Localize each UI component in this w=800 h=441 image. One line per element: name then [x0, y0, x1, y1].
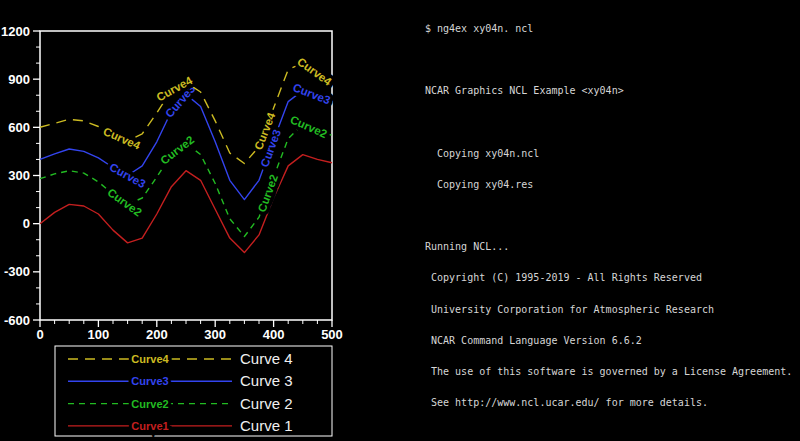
x-tick-label: 300 [204, 327, 226, 342]
curve-inline-label: Curve2 [158, 133, 196, 166]
legend-label: Curve 4 [240, 350, 293, 367]
curve-inline-label: Curve2 [105, 186, 144, 218]
legend-inline-label: Curve4 [131, 353, 169, 365]
y-tick-label: 0 [23, 216, 30, 231]
desktop: -600-300030060090012000100200300400500Cu… [0, 0, 800, 441]
curve-inline-label: Curve4 [102, 125, 143, 152]
terminal-line: University Corporation for Atmospheric R… [425, 305, 797, 315]
legend-inline-label: Curve2 [131, 398, 168, 410]
terminal-line: Copying xy04n.ncl [425, 149, 797, 159]
legend-label: Curve 3 [240, 372, 293, 389]
plot-window: -600-300030060090012000100200300400500Cu… [0, 0, 420, 441]
x-tick-label: 200 [146, 327, 168, 342]
x-tick-label: 500 [321, 327, 343, 342]
curve-curve1 [40, 155, 332, 253]
terminal-line [425, 117, 797, 127]
y-tick-label: -300 [4, 264, 30, 279]
terminal-line: Running NCL... [425, 242, 797, 252]
legend-label: Curve 1 [240, 417, 293, 434]
terminal-line: The use of this software is governed by … [425, 367, 797, 377]
x-tick-label: 0 [36, 327, 43, 342]
terminal-line: NCAR Graphics NCL Example <xy04n> [425, 86, 797, 96]
terminal-output: $ ng4ex xy04n. ncl NCAR Graphics NCL Exa… [425, 3, 797, 429]
y-tick-label: -600 [4, 313, 30, 328]
y-tick-label: 300 [8, 168, 30, 183]
x-tick-label: 400 [263, 327, 285, 342]
xy-plot-svg: -600-300030060090012000100200300400500Cu… [0, 0, 420, 441]
y-tick-label: 1200 [1, 24, 30, 39]
terminal-line [425, 211, 797, 221]
terminal-prompt-line: $ ng4ex xy04n. ncl [425, 24, 797, 34]
legend-inline-label: Curve1 [131, 420, 168, 432]
terminal-line: NCAR Command Language Version 6.6.2 [425, 336, 797, 346]
legend-inline-label: Curve3 [131, 375, 168, 387]
curve-inline-label: Curve3 [108, 161, 148, 190]
y-tick-label: 900 [8, 72, 30, 87]
plot-frame [40, 31, 332, 320]
terminal-line: Copying xy04.res [425, 180, 797, 190]
terminal-line [425, 55, 797, 65]
legend-label: Curve 2 [240, 395, 293, 412]
terminal-line: Copyright (C) 1995-2019 - All Rights Res… [425, 273, 797, 283]
x-tick-label: 100 [88, 327, 110, 342]
y-tick-label: 600 [8, 120, 30, 135]
curve-inline-label: Curve2 [288, 113, 329, 140]
terminal-line: See http://www.ncl.ucar.edu/ for more de… [425, 398, 797, 408]
